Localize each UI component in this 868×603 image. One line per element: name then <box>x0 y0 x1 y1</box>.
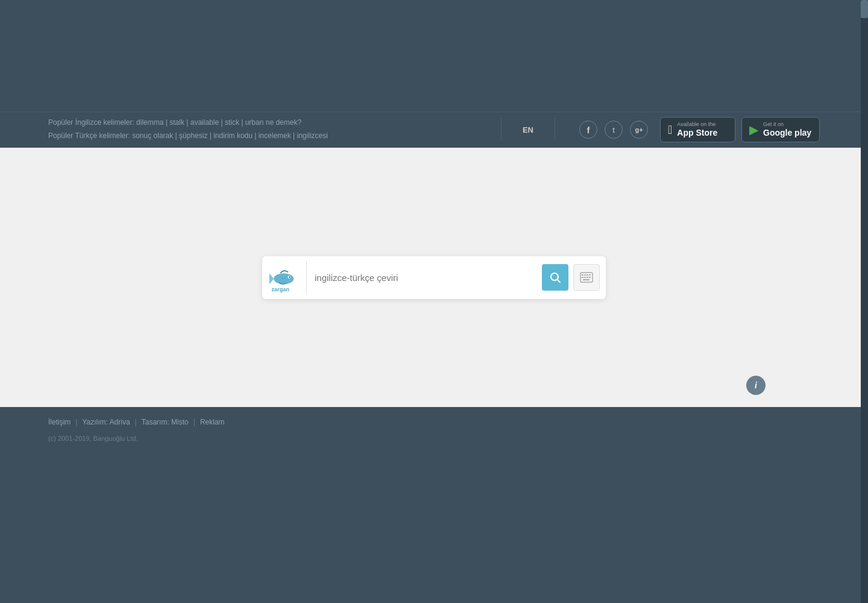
footer-iletisim[interactable]: İletişim <box>48 418 71 426</box>
main-content: zargan <box>90 148 778 407</box>
search-button[interactable] <box>542 264 568 291</box>
search-container: zargan <box>262 256 606 299</box>
page-wrapper: Popüler İngilizce kelimeler: dilemma | s… <box>0 0 868 603</box>
apple-icon:  <box>668 123 672 137</box>
svg-rect-14 <box>582 277 583 278</box>
svg-rect-10 <box>582 274 583 276</box>
svg-text:zargan: zargan <box>272 286 290 292</box>
googleplus-icon[interactable]: g+ <box>630 121 648 139</box>
light-section: zargan <box>0 148 868 407</box>
googleplay-text: Get it on Google play <box>763 121 811 138</box>
svg-rect-17 <box>589 277 591 278</box>
logo-svg: zargan <box>268 261 301 294</box>
footer-sep-1: | <box>75 418 77 426</box>
googleplay-bottom-text: Google play <box>763 128 811 138</box>
top-bar-inner: Popüler İngilizce kelimeler: dilemma | s… <box>0 112 868 148</box>
appstore-button[interactable]:  Available on the App Store <box>660 117 735 142</box>
popular-words: Popüler İngilizce kelimeler: dilemma | s… <box>48 116 489 142</box>
word-ingilizcesi[interactable]: ingilizcesi <box>297 131 328 140</box>
svg-rect-15 <box>584 277 586 278</box>
facebook-icon[interactable]: f <box>579 121 597 139</box>
popular-tr-label: Popüler Türkçe kelimeler: <box>48 131 130 140</box>
separator-2 <box>555 118 555 142</box>
top-bar: Popüler İngilizce kelimeler: dilemma | s… <box>0 0 868 148</box>
svg-point-3 <box>289 276 290 277</box>
footer-yazilim[interactable]: Yazılım: Adriva <box>82 418 130 426</box>
svg-point-0 <box>274 273 294 284</box>
svg-point-4 <box>282 277 283 279</box>
word-indirim[interactable]: indirim kodu <box>213 131 253 140</box>
keyboard-button[interactable] <box>573 264 600 291</box>
footer-reklam[interactable]: Reklam <box>200 418 225 426</box>
svg-rect-12 <box>587 274 588 276</box>
scrollbar[interactable] <box>861 0 868 603</box>
play-icon: ▶ <box>749 122 758 137</box>
googleplay-button[interactable]: ▶ Get it on Google play <box>741 117 820 142</box>
popular-en-label: Popüler İngilizce kelimeler: <box>48 118 134 127</box>
logo-area: zargan <box>268 261 307 294</box>
zargan-logo: zargan <box>268 261 301 294</box>
svg-line-8 <box>558 280 561 283</box>
copyright-text: (c) 2001-2019, Banguoğlu Ltd. <box>48 435 138 442</box>
word-dilemma[interactable]: dilemma <box>136 118 163 127</box>
app-buttons:  Available on the App Store ▶ Get it on… <box>660 117 820 142</box>
word-sonuc[interactable]: sonuç olarak <box>132 131 173 140</box>
footer-tasarim[interactable]: Tasarım: Misto <box>142 418 189 426</box>
lang-selector[interactable]: EN <box>514 125 542 134</box>
twitter-icon[interactable]: t <box>605 121 623 139</box>
word-available[interactable]: available <box>190 118 219 127</box>
svg-rect-16 <box>587 277 588 278</box>
social-icons: f t g+ <box>567 121 660 139</box>
svg-rect-13 <box>589 274 591 276</box>
word-sphesiz[interactable]: şüphesiz <box>179 131 207 140</box>
keyboard-icon <box>580 272 593 283</box>
footer-links-row: İletişim | Yazılım: Adriva | Tasarım: Mi… <box>48 418 820 426</box>
word-incelemek[interactable]: incelemek <box>259 131 291 140</box>
separator-1 <box>501 118 502 142</box>
footer-copyright: (c) 2001-2019, Banguoğlu Ltd. <box>0 435 868 454</box>
svg-point-5 <box>285 277 286 278</box>
footer-links: İletişim | Yazılım: Adriva | Tasarım: Mi… <box>0 407 868 435</box>
appstore-bottom-text: App Store <box>677 128 717 138</box>
appstore-text: Available on the App Store <box>677 121 717 138</box>
word-urban[interactable]: urban ne demek? <box>245 118 301 127</box>
scrollbar-thumb[interactable] <box>861 0 868 18</box>
appstore-top-text: Available on the <box>677 121 717 128</box>
info-button[interactable]: i <box>746 376 766 395</box>
svg-rect-11 <box>584 274 586 276</box>
googleplay-top-text: Get it on <box>763 121 811 128</box>
footer-sep-3: | <box>193 418 195 426</box>
word-stalk[interactable]: stalk <box>169 118 184 127</box>
word-stick[interactable]: stick <box>225 118 239 127</box>
svg-rect-18 <box>583 279 590 280</box>
search-input[interactable] <box>312 268 537 288</box>
svg-marker-1 <box>269 273 274 284</box>
footer-sep-2: | <box>135 418 137 426</box>
search-icon <box>549 271 561 283</box>
